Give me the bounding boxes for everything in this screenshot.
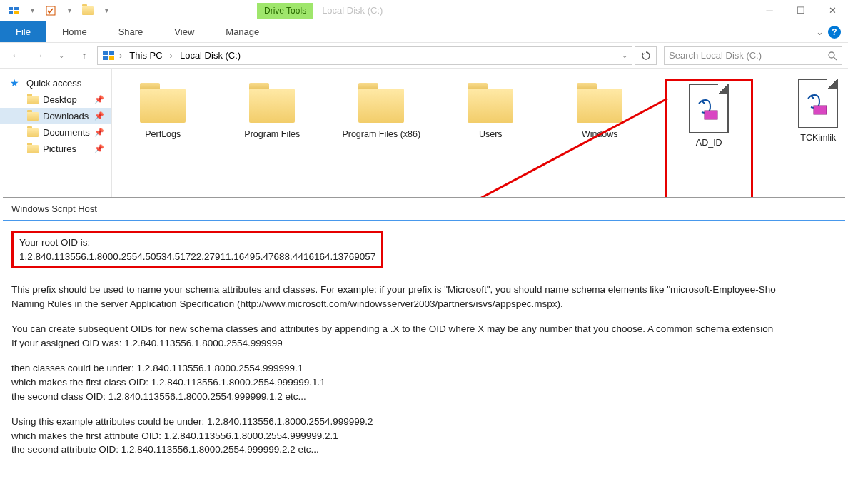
drive-tools-tab[interactable]: Drive Tools — [257, 3, 313, 19]
folder-icon — [571, 79, 628, 125]
sidebar-item-label: Desktop — [43, 94, 77, 105]
sidebar-pictures[interactable]: Pictures 📌 — [0, 141, 111, 157]
script-file-icon — [689, 84, 729, 133]
breadcrumb-sep-icon[interactable]: › — [170, 50, 173, 61]
folder-perflogs[interactable]: PerfLogs — [119, 79, 207, 201]
maximize-button[interactable]: ☐ — [785, 0, 817, 21]
share-tab[interactable]: Share — [103, 21, 159, 42]
breadcrumb-sep-icon[interactable]: › — [119, 50, 122, 61]
item-label: Windows — [556, 129, 644, 140]
pin-icon: 📌 — [94, 144, 104, 153]
back-button[interactable]: ← — [6, 46, 26, 66]
folder-icon — [353, 79, 410, 125]
svg-point-9 — [829, 52, 834, 58]
sidebar-item-label: Documents — [43, 127, 90, 138]
sidebar-item-label: Downloads — [43, 111, 89, 121]
pin-icon: 📌 — [94, 128, 104, 137]
item-label: Program Files — [228, 129, 316, 140]
folder-icon — [27, 96, 39, 104]
sidebar-documents[interactable]: Documents 📌 — [0, 124, 111, 141]
search-placeholder: Search Local Disk (C:) — [669, 50, 827, 61]
explorer-content: ★ Quick access Desktop 📌 Downloads 📌 Doc… — [0, 69, 848, 211]
help-icon[interactable]: ? — [828, 26, 841, 39]
titlebar: ▾ ▾ ▾ Drive Tools Local Disk (C:) ─ ☐ ✕ — [0, 0, 848, 21]
sidebar-item-label: Quick access — [26, 78, 81, 89]
search-input[interactable]: Search Local Disk (C:) — [664, 46, 842, 65]
forward-button[interactable]: → — [29, 46, 49, 66]
svg-rect-3 — [14, 11, 19, 14]
explorer-icon[interactable] — [6, 3, 21, 19]
pin-icon: 📌 — [94, 111, 104, 121]
folder-icon — [134, 79, 191, 125]
new-folder-icon[interactable] — [80, 3, 96, 19]
view-tab[interactable]: View — [158, 21, 210, 42]
window-title: Local Disk (C:) — [322, 5, 383, 16]
window-controls: ─ ☐ ✕ — [754, 0, 848, 21]
folder-icon — [243, 79, 301, 125]
navigation-bar: ← → ⌄ ↑ › This PC › Local Disk (C:) ⌄ Se… — [0, 43, 848, 69]
folder-users[interactable]: Users — [447, 79, 535, 201]
folder-icon — [462, 79, 519, 125]
svg-line-10 — [834, 57, 837, 60]
oid-value: 1.2.840.113556.1.8000.2554.50534.51722.2… — [19, 250, 375, 264]
item-label: AD_ID — [670, 138, 748, 148]
svg-rect-8 — [109, 56, 114, 60]
pin-icon: 📌 — [94, 95, 104, 104]
dialog-paragraph: Using this example attributes could be u… — [11, 415, 837, 457]
file-tab[interactable]: File — [0, 21, 46, 42]
file-ad-id[interactable]: AD_ID — [665, 79, 753, 201]
script-file-icon — [798, 79, 838, 128]
recent-dropdown-icon[interactable]: ⌄ — [51, 46, 71, 66]
dialog-paragraph: You can create subsequent OIDs for new s… — [11, 322, 837, 350]
folder-icon — [27, 145, 39, 153]
folder-program-files[interactable]: Program Files — [228, 79, 316, 201]
sidebar-item-label: Pictures — [43, 143, 76, 154]
qat-overflow-icon[interactable]: ▾ — [99, 3, 114, 19]
breadcrumb-local-disk[interactable]: Local Disk (C:) — [177, 50, 243, 61]
svg-rect-0 — [9, 7, 13, 10]
search-icon — [827, 51, 837, 61]
properties-icon[interactable] — [43, 3, 59, 19]
refresh-button[interactable] — [635, 46, 657, 65]
dialog-paragraph: then classes could be under: 1.2.840.113… — [11, 361, 837, 403]
ribbon: File Home Share View Manage ⌄ ? — [0, 21, 848, 43]
svg-rect-12 — [814, 106, 827, 114]
navigation-pane: ★ Quick access Desktop 📌 Downloads 📌 Doc… — [0, 69, 112, 211]
qat-dropdown-icon[interactable]: ▾ — [24, 3, 40, 19]
address-dropdown-icon[interactable]: ⌄ — [622, 51, 627, 59]
sidebar-downloads[interactable]: Downloads 📌 — [0, 108, 111, 124]
minimize-button[interactable]: ─ — [754, 0, 785, 21]
oid-label: Your root OID is: — [19, 236, 375, 250]
svg-rect-6 — [109, 51, 114, 55]
folder-program-files-x86[interactable]: Program Files (x86) — [338, 79, 425, 201]
item-label: Users — [447, 129, 535, 140]
item-label: TCKimlik — [774, 133, 848, 143]
ribbon-collapse-icon[interactable]: ⌄ — [816, 26, 824, 37]
dialog-title: Windows Script Host — [3, 198, 845, 220]
star-icon: ★ — [10, 77, 19, 89]
home-tab[interactable]: Home — [46, 21, 103, 42]
pc-icon — [102, 51, 115, 61]
items-view[interactable]: PerfLogs Program Files Program Files (x8… — [112, 69, 848, 211]
quick-access-toolbar: ▾ ▾ ▾ — [6, 3, 114, 19]
breadcrumb-this-pc[interactable]: This PC — [126, 50, 165, 61]
sidebar-quick-access[interactable]: ★ Quick access — [0, 74, 111, 91]
file-tckimlik[interactable]: TCKimlik — [774, 79, 848, 201]
qat-dropdown2-icon[interactable]: ▾ — [61, 3, 77, 19]
folder-icon — [27, 112, 39, 121]
address-bar[interactable]: › This PC › Local Disk (C:) ⌄ — [97, 46, 632, 65]
manage-tab[interactable]: Manage — [210, 21, 275, 42]
dialog-paragraph: This prefix should be used to name your … — [11, 283, 837, 311]
oid-highlight-box: Your root OID is: 1.2.840.113556.1.8000.… — [11, 231, 383, 268]
folder-icon — [27, 128, 39, 137]
close-button[interactable]: ✕ — [817, 0, 848, 21]
item-label: PerfLogs — [119, 129, 207, 140]
up-button[interactable]: ↑ — [74, 46, 94, 66]
folder-windows[interactable]: Windows — [556, 79, 644, 201]
svg-rect-5 — [103, 51, 108, 55]
item-label: Program Files (x86) — [338, 129, 425, 140]
svg-rect-2 — [9, 11, 13, 14]
sidebar-desktop[interactable]: Desktop 📌 — [0, 91, 111, 108]
script-host-dialog: Windows Script Host Your root OID is: 1.… — [3, 197, 845, 501]
svg-rect-1 — [14, 7, 19, 10]
